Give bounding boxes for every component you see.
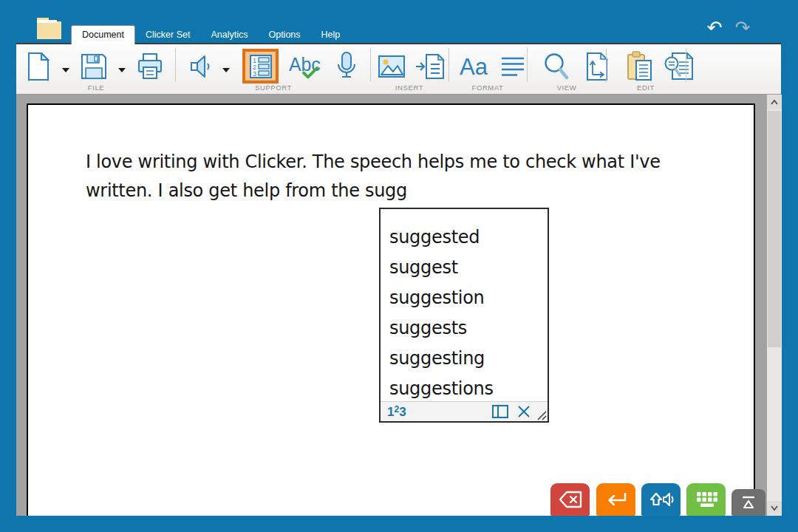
undo-icon[interactable]: ↶ xyxy=(702,16,727,38)
toolbar-separator xyxy=(370,48,371,82)
group-label-insert: INSERT xyxy=(376,83,443,92)
tab-options[interactable]: Options xyxy=(258,27,310,43)
backspace-button[interactable] xyxy=(550,483,590,516)
font-icon: Aa xyxy=(459,53,491,80)
scrollbar-thumb[interactable] xyxy=(768,111,781,347)
word-prediction-popup: suggested suggest suggestion suggests su… xyxy=(379,208,549,423)
close-prediction-button[interactable] xyxy=(516,404,531,421)
save-icon xyxy=(81,53,107,80)
toolbar-separator xyxy=(449,48,449,82)
split-panel-icon xyxy=(491,404,509,419)
chevron-down-icon xyxy=(770,505,779,511)
titlebar: Document Clicker Set Analytics Options H… xyxy=(0,0,798,43)
prediction-word[interactable]: suggestions xyxy=(389,374,494,404)
prediction-footer: 123 xyxy=(381,401,548,421)
page-size-button[interactable] xyxy=(581,50,613,83)
insert-file-button[interactable] xyxy=(414,50,446,83)
tab-document[interactable]: Document xyxy=(71,25,135,44)
tab-analytics[interactable]: Analytics xyxy=(200,27,258,43)
prediction-word[interactable]: suggestion xyxy=(389,283,484,313)
document-workspace: I love writing with Clicker. The speech … xyxy=(16,95,767,516)
save-button[interactable] xyxy=(78,50,110,83)
tab-clicker-set[interactable]: Clicker Set xyxy=(135,27,200,43)
collapse-icon xyxy=(737,493,760,512)
microphone-icon xyxy=(336,52,357,81)
split-panel-button[interactable] xyxy=(491,404,509,421)
scroll-down-button[interactable] xyxy=(767,501,782,516)
print-icon xyxy=(137,53,163,80)
speak-button[interactable] xyxy=(185,50,217,83)
paragraph-align-button[interactable] xyxy=(497,50,529,83)
clipboard-paste-icon xyxy=(627,51,653,82)
insert-file-icon xyxy=(415,54,445,79)
speak-text-button[interactable] xyxy=(641,483,681,516)
spellcheck-icon: Abc xyxy=(288,51,321,82)
zoom-button[interactable] xyxy=(540,50,573,83)
group-label-format: FORMAT xyxy=(454,83,521,92)
vertical-scrollbar[interactable] xyxy=(767,95,782,516)
prediction-word[interactable]: suggests xyxy=(389,313,467,344)
toolbar-separator xyxy=(606,48,607,82)
caret-down-icon xyxy=(118,68,126,72)
new-document-button[interactable] xyxy=(22,50,55,83)
toolbar-separator xyxy=(175,48,176,82)
prediction-word[interactable]: suggest xyxy=(389,253,458,283)
new-document-dropdown[interactable] xyxy=(61,66,71,74)
prediction-word[interactable]: suggesting xyxy=(389,344,485,374)
paste-button[interactable] xyxy=(624,50,656,83)
picture-icon xyxy=(378,55,405,78)
chevron-up-icon xyxy=(770,99,779,105)
speak-text-icon xyxy=(647,488,676,511)
keyboard-button[interactable] xyxy=(686,483,726,516)
keyboard-icon xyxy=(692,488,720,511)
find-button[interactable] xyxy=(663,50,695,83)
scroll-up-button[interactable] xyxy=(767,95,782,109)
font-aa-text: Aa xyxy=(460,54,488,80)
group-label-view: VIEW xyxy=(533,83,600,92)
word-predictor-button[interactable]: 1 2 3 xyxy=(245,52,276,81)
document-text: I love writing with Clicker. The speech … xyxy=(86,148,661,205)
svg-text:3: 3 xyxy=(253,70,256,78)
insert-picture-button[interactable] xyxy=(375,50,408,83)
group-label-file: FILE xyxy=(63,83,129,92)
save-dropdown[interactable] xyxy=(117,66,127,74)
document-page[interactable]: I love writing with Clicker. The speech … xyxy=(27,103,755,516)
word-predictor-icon: 1 2 3 xyxy=(250,55,272,78)
spellcheck-abc-text: Abc xyxy=(289,54,321,75)
predictor-123-logo[interactable]: 123 xyxy=(387,404,406,420)
document-line: written. I also get help from the sugg xyxy=(86,177,661,205)
spellcheck-button[interactable]: Abc xyxy=(288,50,321,83)
redo-icon[interactable]: ↷ xyxy=(730,16,755,38)
speaker-icon xyxy=(189,54,213,79)
group-label-support: SUPPORT xyxy=(240,83,307,92)
tab-bar: Document Clicker Set Analytics Options H… xyxy=(71,25,350,43)
clicker-app-window: Document Clicker Set Analytics Options H… xyxy=(0,0,798,532)
collapse-toolbar-button[interactable] xyxy=(732,489,765,516)
microphone-button[interactable] xyxy=(330,50,363,83)
speak-dropdown[interactable] xyxy=(221,66,231,74)
return-button[interactable] xyxy=(596,483,635,516)
find-in-document-icon xyxy=(664,52,694,81)
caret-down-icon xyxy=(62,68,69,72)
folder-icon[interactable] xyxy=(34,15,64,41)
font-format-button[interactable]: Aa xyxy=(459,50,491,83)
ribbon-toolbar: FILE 1 2 3 xyxy=(16,43,781,95)
new-document-icon xyxy=(27,52,50,81)
toolbar-separator xyxy=(527,48,528,82)
document-line: I love writing with Clicker. The speech … xyxy=(86,148,661,177)
prediction-word[interactable]: suggested xyxy=(389,222,480,253)
return-icon xyxy=(603,488,630,511)
backspace-icon xyxy=(557,488,584,511)
resize-grip[interactable] xyxy=(537,411,547,420)
toolbar-separator xyxy=(686,48,686,82)
magnifier-icon xyxy=(543,52,570,81)
tab-help[interactable]: Help xyxy=(311,27,351,43)
align-lines-icon xyxy=(501,56,525,77)
word-predictor-highlight: 1 2 3 xyxy=(242,49,279,83)
caret-down-icon xyxy=(222,68,230,72)
group-label-edit: EDIT xyxy=(613,83,679,92)
close-icon xyxy=(516,404,531,419)
print-button[interactable] xyxy=(134,50,166,83)
